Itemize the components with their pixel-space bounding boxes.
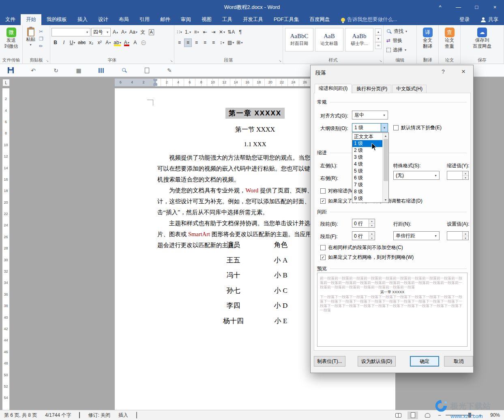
strikethrough-button[interactable]: abc: [77, 38, 86, 47]
page-indicator[interactable]: 第 6 页, 共 8 页: [4, 412, 37, 419]
text-effects-button[interactable]: A▾: [104, 38, 112, 47]
replace-button[interactable]: ⇄ 替换: [385, 36, 415, 45]
dropdown-option[interactable]: 2 级: [352, 147, 382, 154]
dropdown-option[interactable]: 4 级: [352, 161, 382, 168]
scroll-up-icon[interactable]: ▲: [383, 133, 388, 139]
full-text-translate-button[interactable]: 译 全文 翻译: [421, 26, 435, 57]
spinner-arrows[interactable]: ▴▾: [462, 232, 468, 240]
paste-button[interactable]: 粘贴 ▾: [24, 26, 37, 57]
bullet-list-button[interactable]: ∷▾: [176, 28, 183, 36]
ribbon-display-options-icon[interactable]: ^: [431, 0, 449, 14]
minimize-button[interactable]: —: [449, 0, 468, 14]
increase-indent-button[interactable]: ⇥: [210, 28, 217, 36]
macro-record-icon[interactable]: [136, 412, 137, 418]
print-layout-button[interactable]: [407, 411, 418, 419]
spacing-at-spinner[interactable]: ▴▾: [447, 231, 469, 240]
shading-button[interactable]: ▨▾: [227, 38, 235, 47]
draw-button[interactable]: ✎: [165, 66, 174, 75]
ribbon-tab[interactable]: 视图: [196, 14, 217, 25]
ribbon-tab[interactable]: PDF工具集: [268, 14, 305, 25]
distribute-button[interactable]: ≡: [210, 38, 217, 47]
send-to-wechat-button[interactable]: 微 发送 到微信: [2, 26, 20, 57]
ribbon-tab[interactable]: 文件: [0, 14, 21, 25]
dropdown-option[interactable]: 1 级: [352, 140, 382, 147]
scroll-down-icon[interactable]: ▼: [383, 197, 388, 203]
style-gallery-item[interactable]: AaB 论文标题: [315, 28, 343, 51]
mirror-indents-checkbox[interactable]: 对称缩进(M): [320, 188, 355, 194]
dropdown-option[interactable]: 7 级: [352, 181, 382, 188]
read-mode-button[interactable]: [393, 411, 403, 419]
gallery-scroll-up-icon[interactable]: ▴: [375, 28, 382, 35]
line-spacing-combo[interactable]: 单倍行距 ▾: [393, 231, 440, 240]
subscript-button[interactable]: x₂: [87, 38, 95, 47]
italic-button[interactable]: I: [60, 38, 68, 47]
style-gallery-item[interactable]: AaBb 硕士学...: [345, 28, 373, 51]
phonetic-guide-button[interactable]: 文: [139, 28, 147, 36]
collapse-by-default-checkbox[interactable]: 默认情况下折叠(E): [393, 124, 442, 131]
dropdown-scrollbar[interactable]: ▲ ▼: [382, 133, 388, 203]
undo-button[interactable]: ↶: [29, 66, 37, 75]
redo-button[interactable]: ↻: [52, 66, 60, 75]
save-to-baidu-button[interactable]: ☁ 保存到 百度网盘: [471, 26, 493, 57]
ribbon-tab[interactable]: 邮件: [155, 14, 176, 25]
maximize-button[interactable]: □: [468, 0, 486, 14]
dialog-launcher-icon[interactable]: ↘: [379, 59, 382, 63]
dialog-launcher-icon[interactable]: ↘: [170, 59, 173, 63]
superscript-button[interactable]: x²: [96, 38, 103, 47]
enclose-characters-button[interactable]: ㊀: [140, 38, 148, 47]
spinner-arrows[interactable]: ▴▾: [369, 232, 375, 240]
borders-button[interactable]: ⊞▾: [236, 38, 243, 47]
ribbon-tab[interactable]: 审阅: [176, 14, 196, 25]
indent-by-spinner[interactable]: ▴▾: [447, 171, 469, 180]
bold-button[interactable]: B: [51, 38, 59, 47]
save-button[interactable]: [6, 66, 15, 75]
dialog-tab[interactable]: 缩进和间距(I): [315, 84, 352, 93]
find-button[interactable]: [120, 66, 128, 75]
set-as-default-button[interactable]: 设为默认值(D): [358, 356, 396, 367]
paper-check-button[interactable]: 查 论文 查重: [443, 26, 457, 57]
web-layout-button[interactable]: [422, 411, 433, 419]
tabs-button[interactable]: 制表位(T)...: [314, 356, 345, 367]
ribbon-tab[interactable]: 插入: [72, 14, 93, 25]
cancel-button[interactable]: 取消: [444, 356, 473, 367]
dialog-tab[interactable]: 中文版式(H): [392, 85, 427, 93]
tab-stop-selector[interactable]: L: [2, 79, 10, 86]
ribbon-tab[interactable]: 我的模板: [41, 14, 72, 25]
cut-icon[interactable]: ✂: [39, 29, 43, 34]
dialog-launcher-icon[interactable]: ↘: [46, 59, 49, 63]
alignment-combo[interactable]: 居中 ▾: [352, 111, 388, 119]
align-left-button[interactable]: ≡: [176, 38, 183, 47]
multilevel-list-button[interactable]: ≡▾: [193, 28, 200, 36]
show-formatting-marks-button[interactable]: ¶: [236, 28, 244, 36]
dialog-tab[interactable]: 换行和分页(P): [352, 85, 391, 93]
dropdown-option[interactable]: 正文文本: [352, 133, 382, 140]
dialog-close-icon[interactable]: ×: [458, 67, 469, 77]
ok-button[interactable]: 确定: [410, 356, 439, 367]
gallery-scroll-down-icon[interactable]: ▾: [375, 35, 382, 42]
copy-icon[interactable]: ❐: [39, 36, 43, 42]
underline-button[interactable]: U▾: [69, 38, 76, 47]
ribbon-tab[interactable]: 引用: [134, 14, 155, 25]
special-format-combo[interactable]: (无) ▾: [393, 171, 440, 180]
decrease-indent-button[interactable]: ⇤: [201, 28, 209, 36]
dropdown-option[interactable]: 3 级: [352, 154, 382, 161]
font-name-combo[interactable]: ▾: [51, 28, 90, 36]
outline-level-combo[interactable]: 1 级 ▾: [352, 123, 388, 132]
dropdown-option[interactable]: 5 级: [352, 168, 382, 175]
snap-to-grid-checkbox[interactable]: ✓ 如果定义了文档网格，则对齐到网格(W): [320, 254, 414, 261]
sort-button[interactable]: ⇅A: [227, 28, 236, 36]
spinner-arrows[interactable]: ▴▾: [462, 171, 468, 179]
gallery-more-icon[interactable]: ≂: [375, 42, 382, 49]
insert-mode-indicator[interactable]: 插入: [118, 412, 128, 419]
proofing-icon[interactable]: [79, 412, 80, 418]
ribbon-tab[interactable]: 工具: [217, 14, 238, 25]
dropdown-option[interactable]: 8 级: [352, 188, 382, 195]
highlight-color-button[interactable]: ab▾: [113, 38, 122, 47]
dialog-launcher-icon[interactable]: ↘: [279, 59, 281, 63]
grow-font-button[interactable]: A▴: [112, 28, 119, 36]
no-space-same-style-checkbox[interactable]: 在相同样式的段落间不添加空格(C): [320, 244, 403, 251]
dropdown-option[interactable]: 6 级: [352, 175, 382, 181]
ribbon-tab[interactable]: 设计: [93, 14, 114, 25]
justify-button[interactable]: ≡: [201, 38, 209, 47]
change-case-button[interactable]: Aa▾: [129, 28, 138, 36]
